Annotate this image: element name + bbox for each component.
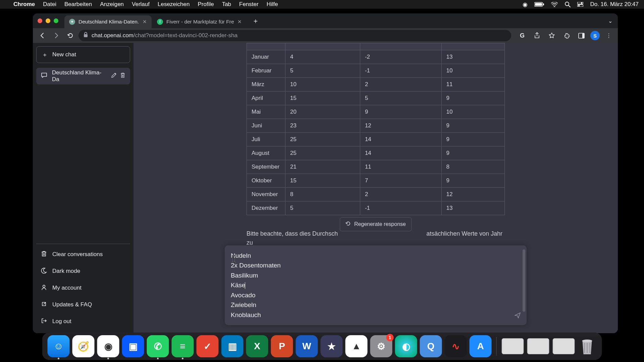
dock-app-chrome[interactable]: ◉ [97, 335, 119, 357]
dock-app-word[interactable]: W [296, 335, 318, 357]
dock-app-quicktime[interactable]: Q [420, 335, 442, 357]
new-chat-button[interactable]: ＋ New chat [36, 46, 130, 63]
table-cell: -1 [360, 201, 441, 215]
chrome-menu-icon[interactable]: ⋮ [603, 30, 614, 41]
menu-fenster[interactable]: Fenster [239, 1, 259, 8]
window-minimize-button[interactable] [46, 18, 50, 23]
textarea-scrollbar[interactable] [523, 249, 525, 312]
dock-trash[interactable] [577, 335, 597, 357]
refresh-icon [345, 221, 351, 228]
svg-point-3 [565, 2, 569, 6]
edit-icon[interactable] [111, 72, 117, 80]
menu-hilfe[interactable]: Hilfe [267, 1, 278, 8]
table-row: August25149 [247, 146, 505, 160]
dock-minimized-window[interactable] [527, 338, 549, 354]
reload-button[interactable] [64, 29, 76, 42]
battery-icon[interactable] [534, 2, 544, 7]
spotlight-search-icon[interactable] [565, 1, 571, 7]
share-icon[interactable] [531, 30, 543, 41]
menu-anzeigen[interactable]: Anzeigen [100, 1, 124, 8]
trash-icon [41, 250, 47, 258]
wifi-icon[interactable] [551, 2, 558, 7]
tab-fiverr[interactable]: f Fiverr - der Marktplatz für Fre ✕ [152, 15, 247, 28]
dock-minimized-window[interactable] [502, 338, 524, 354]
my-account-button[interactable]: My account [36, 280, 130, 296]
table-cell: 23 [285, 119, 360, 133]
dock-app-appstore[interactable]: A [470, 335, 492, 357]
tab-close-icon[interactable]: ✕ [237, 19, 242, 25]
table-cell: 9 [360, 105, 441, 119]
macos-dock: ☺ 🧭 ◉ ▣ ✆ ≡ ✓ ▥ X P W ★ ▲ ⚙1 ◐ Q ∿ A [42, 333, 602, 360]
tab-close-icon[interactable]: ✕ [143, 19, 147, 25]
screenrecord-icon[interactable]: ◉ [523, 1, 528, 8]
table-cell: 13 [441, 50, 504, 64]
dock-app-imovie[interactable]: ★ [321, 335, 343, 357]
dock-app-finder[interactable]: ☺ [48, 335, 70, 357]
tabs-overflow-icon[interactable]: ⌄ [608, 18, 612, 24]
menubar-app-name[interactable]: Chrome [13, 1, 35, 8]
menu-profile[interactable]: Profile [198, 1, 214, 8]
updates-faq-button[interactable]: Updates & FAQ [36, 296, 130, 313]
dock-app-safari[interactable]: 🧭 [72, 335, 95, 357]
bookmark-star-icon[interactable] [546, 30, 557, 41]
table-row: Dezember5-113 [247, 201, 505, 215]
svg-point-13 [582, 340, 592, 342]
table-cell: 10 [285, 78, 360, 92]
profile-avatar[interactable]: S [590, 31, 600, 40]
address-bar[interactable]: chat.openai.com/chat?model=text-davinci-… [78, 30, 511, 41]
chat-input[interactable]: Nudeln2x DosentomatenBasilikumKäseAvocad… [225, 245, 527, 325]
menu-bearbeiten[interactable]: Bearbeiten [64, 1, 92, 8]
dock-app-googledrive[interactable]: ▲ [345, 335, 368, 357]
table-cell: 5 [360, 92, 441, 105]
google-account-icon[interactable]: G [517, 30, 528, 41]
dock-minimized-window[interactable] [553, 338, 575, 354]
new-tab-button[interactable]: ＋ [251, 16, 261, 26]
dark-mode-button[interactable]: Dark mode [36, 263, 130, 280]
table-cell: 11 [441, 78, 504, 92]
dock-app-excel[interactable]: X [246, 335, 268, 357]
menu-lesezeichen[interactable]: Lesezeichen [158, 1, 190, 8]
table-cell: 9 [441, 174, 504, 188]
window-maximize-button[interactable] [54, 18, 58, 23]
chat-history-item[interactable]: Deutschland Klima-Da [36, 68, 130, 84]
dock-app-siri[interactable]: ◐ [395, 335, 417, 357]
send-icon[interactable] [514, 312, 521, 320]
tab-active[interactable]: ✦ Deutschland Klima-Daten. ✕ [64, 15, 152, 28]
table-row: Januar4-213 [247, 50, 505, 64]
table-cell: November [247, 188, 285, 201]
tab-title: Fiverr - der Marktplatz für Fre [166, 19, 234, 25]
back-button[interactable] [36, 29, 48, 42]
dock-app-powerpoint[interactable]: P [271, 335, 293, 357]
sidepanel-icon[interactable] [576, 30, 587, 41]
table-cell: 9 [441, 146, 504, 160]
forward-button[interactable] [50, 29, 62, 42]
extensions-icon[interactable] [561, 30, 572, 41]
chatgpt-page: ＋ New chat Deutschland Klima-Da [33, 43, 618, 333]
menu-verlauf[interactable]: Verlauf [132, 1, 150, 8]
sidebar-item-label: Clear conversations [52, 251, 103, 258]
menu-datei[interactable]: Datei [43, 1, 56, 8]
table-cell: 15 [285, 92, 360, 105]
clear-conversations-button[interactable]: Clear conversations [36, 246, 130, 263]
chat-icon [41, 72, 47, 80]
dock-app-whatsapp[interactable]: ✆ [147, 335, 169, 357]
url-path: /chat?model=text-davinci-002-render-sha [133, 32, 237, 39]
dock-app-todoist[interactable]: ✓ [197, 335, 219, 357]
table-row: März10211 [247, 78, 505, 92]
control-center-icon[interactable] [577, 2, 583, 7]
window-close-button[interactable] [38, 18, 42, 23]
logout-button[interactable]: Log out [36, 313, 130, 330]
dock-app-voicememos[interactable]: ∿ [445, 335, 467, 357]
menubar-clock[interactable]: Do. 16. März 20:47 [590, 1, 639, 8]
dock-app-spotify[interactable]: ≡ [172, 335, 194, 357]
dock-app-trello[interactable]: ▥ [221, 335, 244, 357]
table-cell: 12 [360, 119, 441, 133]
dock-app-settings[interactable]: ⚙1 [370, 335, 392, 357]
table-cell: Oktober [247, 174, 285, 188]
fiverr-favicon: f [157, 19, 163, 25]
regenerate-response-button[interactable]: Regenerate response [340, 217, 412, 231]
dock-app-zoom[interactable]: ▣ [122, 335, 144, 357]
trash-icon[interactable] [120, 72, 125, 80]
table-row: April1559 [247, 92, 505, 105]
menu-tab[interactable]: Tab [222, 1, 231, 8]
